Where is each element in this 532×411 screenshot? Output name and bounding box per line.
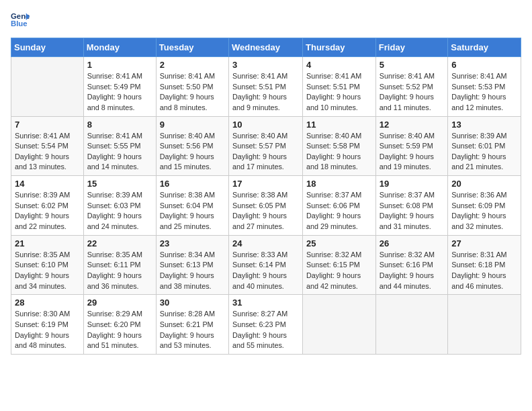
day-detail: Sunrise: 8:39 AM Sunset: 6:03 PM Dayligh… bbox=[87, 190, 152, 232]
calendar-cell: 17Sunrise: 8:38 AM Sunset: 6:05 PM Dayli… bbox=[228, 176, 302, 236]
day-detail: Sunrise: 8:38 AM Sunset: 6:05 PM Dayligh… bbox=[232, 190, 299, 232]
day-detail: Sunrise: 8:38 AM Sunset: 6:04 PM Dayligh… bbox=[160, 190, 225, 232]
calendar-cell: 11Sunrise: 8:40 AM Sunset: 5:58 PM Dayli… bbox=[303, 116, 376, 176]
header-cell-sunday: Sunday bbox=[11, 38, 84, 57]
day-detail: Sunrise: 8:40 AM Sunset: 5:58 PM Dayligh… bbox=[306, 131, 372, 173]
calendar-body: 1Sunrise: 8:41 AM Sunset: 5:49 PM Daylig… bbox=[11, 57, 521, 355]
day-detail: Sunrise: 8:41 AM Sunset: 5:55 PM Dayligh… bbox=[87, 131, 152, 173]
calendar-cell bbox=[448, 295, 521, 355]
day-number: 3 bbox=[232, 60, 299, 70]
day-number: 13 bbox=[451, 120, 517, 130]
day-detail: Sunrise: 8:41 AM Sunset: 5:49 PM Dayligh… bbox=[87, 71, 152, 113]
day-detail: Sunrise: 8:40 AM Sunset: 5:59 PM Dayligh… bbox=[380, 131, 445, 173]
calendar-cell: 4Sunrise: 8:41 AM Sunset: 5:51 PM Daylig… bbox=[303, 57, 376, 117]
day-number: 26 bbox=[380, 238, 445, 248]
day-detail: Sunrise: 8:40 AM Sunset: 5:57 PM Dayligh… bbox=[232, 131, 299, 173]
day-number: 23 bbox=[160, 238, 225, 248]
day-number: 15 bbox=[87, 179, 152, 189]
calendar-cell: 19Sunrise: 8:37 AM Sunset: 6:08 PM Dayli… bbox=[375, 176, 448, 236]
calendar-cell: 21Sunrise: 8:35 AM Sunset: 6:10 PM Dayli… bbox=[11, 235, 84, 295]
logo: General Blue bbox=[11, 11, 32, 30]
day-number: 14 bbox=[15, 179, 80, 189]
calendar-cell: 15Sunrise: 8:39 AM Sunset: 6:03 PM Dayli… bbox=[83, 176, 156, 236]
calendar-cell: 16Sunrise: 8:38 AM Sunset: 6:04 PM Dayli… bbox=[156, 176, 228, 236]
day-number: 12 bbox=[380, 120, 445, 130]
header-cell-tuesday: Tuesday bbox=[156, 38, 228, 57]
calendar-week-2: 7Sunrise: 8:41 AM Sunset: 5:54 PM Daylig… bbox=[11, 116, 521, 176]
calendar-week-4: 21Sunrise: 8:35 AM Sunset: 6:10 PM Dayli… bbox=[11, 235, 521, 295]
day-number: 22 bbox=[87, 238, 152, 248]
day-detail: Sunrise: 8:41 AM Sunset: 5:51 PM Dayligh… bbox=[306, 71, 372, 113]
day-detail: Sunrise: 8:41 AM Sunset: 5:50 PM Dayligh… bbox=[160, 71, 225, 113]
calendar-cell: 2Sunrise: 8:41 AM Sunset: 5:50 PM Daylig… bbox=[156, 57, 228, 117]
day-detail: Sunrise: 8:41 AM Sunset: 5:54 PM Dayligh… bbox=[15, 131, 80, 173]
calendar-cell: 14Sunrise: 8:39 AM Sunset: 6:02 PM Dayli… bbox=[11, 176, 84, 236]
calendar-week-1: 1Sunrise: 8:41 AM Sunset: 5:49 PM Daylig… bbox=[11, 57, 521, 117]
calendar-cell bbox=[11, 57, 84, 117]
calendar-cell bbox=[303, 295, 376, 355]
day-detail: Sunrise: 8:36 AM Sunset: 6:09 PM Dayligh… bbox=[451, 190, 517, 232]
day-number: 5 bbox=[380, 60, 445, 70]
calendar-cell: 6Sunrise: 8:41 AM Sunset: 5:53 PM Daylig… bbox=[448, 57, 521, 117]
calendar-cell: 9Sunrise: 8:40 AM Sunset: 5:56 PM Daylig… bbox=[156, 116, 228, 176]
day-number: 7 bbox=[15, 120, 80, 130]
day-number: 9 bbox=[160, 120, 225, 130]
day-detail: Sunrise: 8:40 AM Sunset: 5:56 PM Dayligh… bbox=[160, 131, 225, 173]
day-number: 16 bbox=[160, 179, 225, 189]
day-number: 20 bbox=[451, 179, 517, 189]
day-detail: Sunrise: 8:41 AM Sunset: 5:51 PM Dayligh… bbox=[232, 71, 299, 113]
day-number: 28 bbox=[15, 298, 80, 308]
day-detail: Sunrise: 8:39 AM Sunset: 6:01 PM Dayligh… bbox=[451, 131, 517, 173]
calendar-cell: 27Sunrise: 8:31 AM Sunset: 6:18 PM Dayli… bbox=[448, 235, 521, 295]
calendar-cell: 13Sunrise: 8:39 AM Sunset: 6:01 PM Dayli… bbox=[448, 116, 521, 176]
day-number: 10 bbox=[232, 120, 299, 130]
day-number: 25 bbox=[306, 238, 372, 248]
page-header: General Blue bbox=[11, 11, 521, 30]
header-cell-wednesday: Wednesday bbox=[228, 38, 302, 57]
calendar-cell: 22Sunrise: 8:35 AM Sunset: 6:11 PM Dayli… bbox=[83, 235, 156, 295]
calendar-cell: 5Sunrise: 8:41 AM Sunset: 5:52 PM Daylig… bbox=[375, 57, 448, 117]
calendar-cell: 25Sunrise: 8:32 AM Sunset: 6:15 PM Dayli… bbox=[303, 235, 376, 295]
day-number: 21 bbox=[15, 238, 80, 248]
day-number: 29 bbox=[87, 298, 152, 308]
calendar-cell: 30Sunrise: 8:28 AM Sunset: 6:21 PM Dayli… bbox=[156, 295, 228, 355]
day-number: 30 bbox=[160, 298, 225, 308]
calendar-cell bbox=[375, 295, 448, 355]
day-detail: Sunrise: 8:41 AM Sunset: 5:52 PM Dayligh… bbox=[380, 71, 445, 113]
day-number: 8 bbox=[87, 120, 152, 130]
calendar-cell: 20Sunrise: 8:36 AM Sunset: 6:09 PM Dayli… bbox=[448, 176, 521, 236]
calendar-table: SundayMondayTuesdayWednesdayThursdayFrid… bbox=[11, 38, 521, 355]
calendar-cell: 24Sunrise: 8:33 AM Sunset: 6:14 PM Dayli… bbox=[228, 235, 302, 295]
day-detail: Sunrise: 8:29 AM Sunset: 6:20 PM Dayligh… bbox=[87, 309, 152, 351]
svg-text:Blue: Blue bbox=[11, 19, 28, 28]
day-number: 31 bbox=[232, 298, 299, 308]
day-number: 18 bbox=[306, 179, 372, 189]
day-detail: Sunrise: 8:28 AM Sunset: 6:21 PM Dayligh… bbox=[160, 309, 225, 351]
calendar-cell: 23Sunrise: 8:34 AM Sunset: 6:13 PM Dayli… bbox=[156, 235, 228, 295]
day-detail: Sunrise: 8:35 AM Sunset: 6:10 PM Dayligh… bbox=[15, 250, 80, 292]
calendar-cell: 18Sunrise: 8:37 AM Sunset: 6:06 PM Dayli… bbox=[303, 176, 376, 236]
day-number: 24 bbox=[232, 238, 299, 248]
calendar-cell: 8Sunrise: 8:41 AM Sunset: 5:55 PM Daylig… bbox=[83, 116, 156, 176]
day-detail: Sunrise: 8:33 AM Sunset: 6:14 PM Dayligh… bbox=[232, 250, 299, 292]
day-number: 2 bbox=[160, 60, 225, 70]
day-detail: Sunrise: 8:32 AM Sunset: 6:15 PM Dayligh… bbox=[306, 250, 372, 292]
day-number: 4 bbox=[306, 60, 372, 70]
day-number: 27 bbox=[451, 238, 517, 248]
calendar-cell: 7Sunrise: 8:41 AM Sunset: 5:54 PM Daylig… bbox=[11, 116, 84, 176]
day-detail: Sunrise: 8:41 AM Sunset: 5:53 PM Dayligh… bbox=[451, 71, 517, 113]
calendar-week-3: 14Sunrise: 8:39 AM Sunset: 6:02 PM Dayli… bbox=[11, 176, 521, 236]
calendar-header: SundayMondayTuesdayWednesdayThursdayFrid… bbox=[11, 38, 521, 57]
calendar-cell: 1Sunrise: 8:41 AM Sunset: 5:49 PM Daylig… bbox=[83, 57, 156, 117]
calendar-cell: 28Sunrise: 8:30 AM Sunset: 6:19 PM Dayli… bbox=[11, 295, 84, 355]
calendar-cell: 10Sunrise: 8:40 AM Sunset: 5:57 PM Dayli… bbox=[228, 116, 302, 176]
day-detail: Sunrise: 8:32 AM Sunset: 6:16 PM Dayligh… bbox=[380, 250, 445, 292]
calendar-cell: 3Sunrise: 8:41 AM Sunset: 5:51 PM Daylig… bbox=[228, 57, 302, 117]
day-number: 6 bbox=[451, 60, 517, 70]
calendar-cell: 29Sunrise: 8:29 AM Sunset: 6:20 PM Dayli… bbox=[83, 295, 156, 355]
header-cell-saturday: Saturday bbox=[448, 38, 521, 57]
day-detail: Sunrise: 8:39 AM Sunset: 6:02 PM Dayligh… bbox=[15, 190, 80, 232]
day-detail: Sunrise: 8:37 AM Sunset: 6:08 PM Dayligh… bbox=[380, 190, 445, 232]
calendar-cell: 31Sunrise: 8:27 AM Sunset: 6:23 PM Dayli… bbox=[228, 295, 302, 355]
day-number: 19 bbox=[380, 179, 445, 189]
